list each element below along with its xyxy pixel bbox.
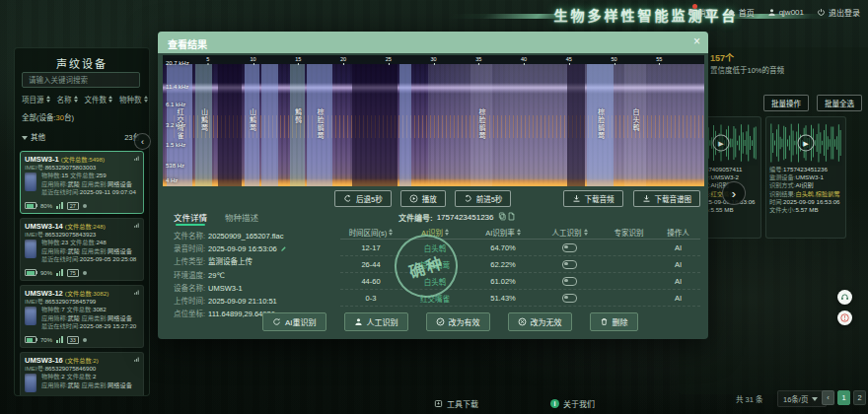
ai-species-link[interactable]: 红交嘴雀 <box>420 293 450 304</box>
spectrogram-band[interactable]: 棕脸鹟莺 <box>587 64 614 186</box>
spectrogram-band[interactable]: 棕脸鹟莺 <box>470 64 492 186</box>
sort-down-arrow <box>584 233 588 236</box>
tab-0[interactable]: 文件详情 <box>174 211 207 226</box>
device-card[interactable]: UMSW3-12 (文件总数:3082)IMEI号:86532907584579… <box>20 285 144 348</box>
group-name: 其他 <box>31 133 45 142</box>
audio-card-no: 编号:1757423451236 <box>769 166 842 173</box>
sort-icon[interactable] <box>46 96 50 103</box>
sort-down-arrow <box>445 233 449 236</box>
nav-item-2[interactable]: qjw001 <box>767 8 804 17</box>
device-imei-line: IMEI号:865329075843923 <box>25 231 139 239</box>
forward-icon <box>464 194 472 203</box>
tools-download-link[interactable]: 工具下载 <box>434 398 478 409</box>
spectrogram-band[interactable] <box>261 64 278 186</box>
audio-card[interactable]: ▶编号:1757423451236监测设备:UMSW3-1识别方式:AI识别识别… <box>765 116 846 239</box>
manual-toggle-icon[interactable] <box>562 260 577 269</box>
mark-valid-button[interactable]: 改为有效 <box>426 312 490 331</box>
group-toggle[interactable]: 其他 <box>22 131 45 142</box>
about-us-link[interactable]: i 关于我们 <box>550 398 595 409</box>
sort-icon[interactable] <box>389 229 393 236</box>
power-icon <box>817 8 826 17</box>
column-header-2[interactable]: AI识别率 <box>469 227 538 238</box>
copy-icon[interactable] <box>498 212 507 221</box>
manual-toggle-icon[interactable] <box>562 243 577 252</box>
spectrogram-band[interactable] <box>399 64 411 186</box>
page-size-select[interactable]: 16条/页 <box>777 390 827 407</box>
spectrogram[interactable]: 510152025303540455055 20.7 kHz11.4 kHz6.… <box>163 55 704 186</box>
page-button-1[interactable]: 1 <box>837 390 850 405</box>
file-icon[interactable] <box>507 212 516 221</box>
download-audio-button[interactable]: 下载音频 <box>563 190 623 207</box>
ai-species-link[interactable]: 白头鹎 <box>424 276 447 287</box>
batch-button-1[interactable]: 批量全选 <box>817 95 862 111</box>
carousel-next-button[interactable]: › <box>722 181 746 205</box>
device-card[interactable]: UMSW3-14 (文件总数:248)IMEI号:865329075843923… <box>20 218 144 281</box>
device-card[interactable]: UMSW3-16 (文件总数:2)IMEI号:865329075846900物种… <box>20 352 144 396</box>
sort-filter-1[interactable]: 名称 <box>57 94 78 104</box>
mark-invalid-button[interactable]: 改为无效 <box>508 312 572 331</box>
nav-item-3[interactable]: 退出登录 <box>817 7 860 18</box>
signal-bar <box>59 338 61 343</box>
battery-percent: 70% <box>40 337 52 343</box>
manual-toggle-icon[interactable] <box>562 277 577 286</box>
spectrogram-band[interactable] <box>567 64 585 186</box>
prev-page-button[interactable]: ‹ <box>822 390 834 405</box>
device-files-total: (文件总数:3082) <box>65 290 108 297</box>
files-label: 文件总数: <box>70 172 96 178</box>
download-spectrogram-button[interactable]: 下载音谱图 <box>633 190 701 207</box>
column-header-0[interactable]: 时间区间(s) <box>340 227 401 238</box>
sort-filter-3[interactable]: 物种数 <box>119 94 148 104</box>
column-header-1[interactable]: AI识别 <box>401 227 469 238</box>
device-imei-line: IMEI号:865329075803003 <box>25 164 139 172</box>
close-icon[interactable]: × <box>693 34 700 48</box>
ai-species-link[interactable]: 白头鹎 <box>424 242 447 253</box>
edit-icon[interactable] <box>280 245 287 252</box>
spectrogram-band[interactable]: 山鹪莺 <box>195 64 212 186</box>
sidebar-collapse-button[interactable]: ‹ <box>134 133 151 150</box>
ai-species-link[interactable]: 棕脸鹟莺 <box>420 259 450 270</box>
spectrogram-band[interactable]: 山鹪莺 <box>245 64 259 186</box>
spectrogram-band[interactable]: 棕脸鹟莺 <box>307 64 332 186</box>
signal-icon <box>133 356 140 363</box>
table-row: 26-44棕脸鹟莺62.22%AI <box>340 256 700 273</box>
nav-item-0[interactable]: 消息 <box>687 7 714 18</box>
play-icon[interactable]: ▶ <box>798 135 815 152</box>
org-value: 武陵 <box>67 247 81 254</box>
feedback-float-button[interactable] <box>837 310 852 325</box>
type-value: 网络设备 <box>108 381 132 388</box>
spectrogram-band[interactable] <box>218 64 242 186</box>
device-group-row[interactable]: 其他 23台 <box>22 131 140 142</box>
spectrogram-band[interactable]: 白头鹎 <box>624 64 646 186</box>
top-header: 生物多样性智能监测平台 消息首页qjw001退出登录 <box>0 0 868 28</box>
device-card[interactable]: UMSW3-1 (文件总数:5498)IMEI号:865329075803003… <box>20 151 144 214</box>
device-search-input[interactable] <box>27 75 135 86</box>
signal-icon <box>133 155 140 162</box>
batch-button-0[interactable]: 批量操作 <box>763 95 809 111</box>
rewind-button[interactable]: 后退5秒 <box>334 190 392 207</box>
signal-icon <box>133 222 140 229</box>
ai-rerecognize-button[interactable]: AI重识别 <box>262 312 326 331</box>
tab-1[interactable]: 物种描述 <box>225 211 258 226</box>
play-icon[interactable]: ▶ <box>713 135 730 152</box>
sort-icon[interactable] <box>517 229 521 236</box>
manual-toggle-icon[interactable] <box>562 294 577 303</box>
sort-icon[interactable] <box>74 96 78 103</box>
nav-item-1[interactable]: 首页 <box>727 7 755 18</box>
sort-filter-0[interactable]: 项目源 <box>22 94 50 104</box>
spectrogram-band[interactable]: 鹪鹩 <box>290 64 305 186</box>
time-tick: 45 <box>566 56 572 62</box>
sort-icon[interactable] <box>144 96 148 103</box>
files-count: 2 <box>93 373 96 380</box>
delete-button[interactable]: 删除 <box>590 312 638 331</box>
sort-filter-2[interactable]: 文件数 <box>85 94 113 104</box>
sort-icon[interactable] <box>445 229 449 236</box>
sort-icon[interactable] <box>108 96 112 103</box>
column-header-3[interactable]: 人工识别 <box>538 227 602 238</box>
forward-button[interactable]: 前进5秒 <box>455 190 512 207</box>
manual-recognize-button[interactable]: 人工识别 <box>344 312 408 331</box>
spectrogram-band[interactable] <box>352 64 398 186</box>
customer-service-float-button[interactable] <box>837 290 852 305</box>
play-button[interactable]: 播放 <box>400 190 446 207</box>
page-button-2[interactable]: 2 <box>853 390 866 405</box>
sort-icon[interactable] <box>584 229 588 236</box>
